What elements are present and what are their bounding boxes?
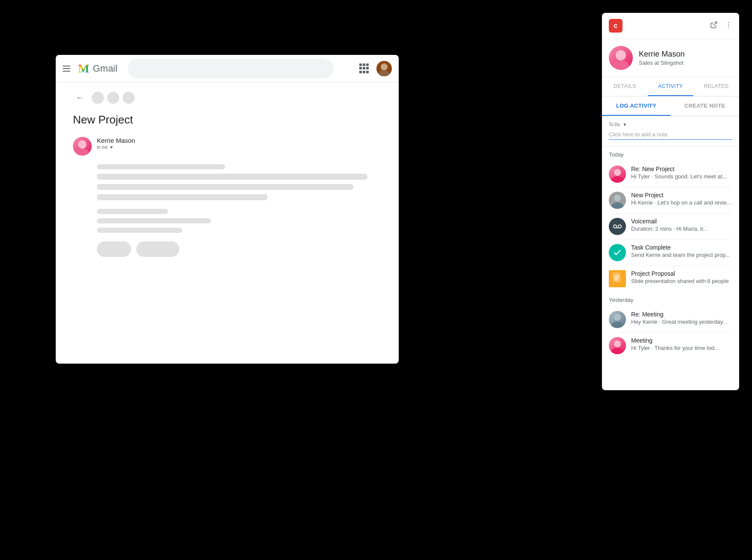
external-link-icon[interactable]: [710, 21, 718, 31]
sender-to[interactable]: to me ▼: [97, 145, 382, 150]
activity-buttons: LOG ACTIVITY CREATE NOTE: [602, 96, 739, 116]
nav-dot-1: [92, 92, 104, 104]
activity-item-task[interactable]: Task Complete Send Kerrie and team the p…: [602, 240, 739, 265]
skeleton-1: [97, 164, 225, 169]
back-button[interactable]: ←: [73, 91, 87, 105]
reply-button[interactable]: [97, 241, 131, 257]
doc-icon: [609, 270, 626, 287]
activity-title-3: Voicemail: [631, 218, 732, 225]
contact-info: Kerrie Mason Sales at Slingshot: [602, 39, 739, 77]
activity-avatar-7: [609, 337, 626, 354]
email-body: [73, 164, 382, 257]
email-content: ← New Project Kerrie Mason to me ▼: [56, 82, 399, 364]
svg-rect-18: [614, 276, 619, 277]
activity-item-voicemail[interactable]: Voicemail Duration: 2 mins · Hi Maria, i…: [602, 214, 739, 239]
activity-text-7: Meeting Hi Tyler · Thanks for your time …: [631, 337, 732, 351]
crm-logo: c: [609, 19, 623, 33]
contact-name: Kerrie Mason: [639, 50, 685, 59]
activity-avatar-6: [609, 311, 626, 328]
svg-point-10: [614, 169, 621, 176]
svg-point-8: [616, 50, 626, 60]
create-note-button[interactable]: CREATE NOTE: [671, 96, 739, 116]
contact-details: Kerrie Mason Sales at Slingshot: [639, 50, 685, 66]
menu-icon[interactable]: [63, 63, 73, 74]
nav-dots: [92, 92, 135, 104]
user-avatar[interactable]: [376, 61, 392, 76]
svg-line-4: [713, 22, 717, 25]
activity-item-new-project[interactable]: New Project Hi Kerrie · Let's hop on a c…: [602, 187, 739, 213]
skeleton-3: [97, 184, 353, 190]
activity-text-3: Voicemail Duration: 2 mins · Hi Maria, i…: [631, 218, 732, 232]
search-input[interactable]: [128, 59, 334, 78]
tab-related[interactable]: RELATED: [693, 77, 739, 96]
panel-header: c: [602, 13, 739, 39]
activity-text-5: Project Proposal Slide presentation shar…: [631, 270, 732, 284]
activity-title-4: Task Complete: [631, 244, 732, 251]
task-icon: [609, 244, 626, 261]
gmail-header: M Gmail: [56, 55, 399, 82]
side-panel: c: [602, 13, 739, 390]
activity-desc-7: Hi Tyler · Thanks for your time tod...: [631, 345, 732, 351]
sender-name: Kerrie Mason: [97, 137, 382, 144]
activity-desc-1: Hi Tyler · Sounds good. Let's meet at...: [631, 173, 732, 180]
skeleton-7: [97, 228, 182, 233]
activity-feed: Today Re: New Project Hi Tyler · Sounds …: [602, 146, 739, 390]
activity-item-project-proposal[interactable]: Project Proposal Slide presentation shar…: [602, 266, 739, 292]
activity-item-re-new-project[interactable]: Re: New Project Hi Tyler · Sounds good. …: [602, 161, 739, 187]
email-nav: ←: [73, 91, 382, 105]
nav-dot-3: [123, 92, 135, 104]
contact-avatar: [609, 46, 633, 70]
activity-text-2: New Project Hi Kerrie · Let's hop on a c…: [631, 192, 732, 206]
svg-point-1: [378, 70, 390, 76]
sender-info: Kerrie Mason to me ▼: [97, 137, 382, 150]
activity-item-meeting[interactable]: Meeting Hi Tyler · Thanks for your time …: [602, 333, 739, 358]
svg-point-2: [78, 140, 87, 149]
svg-point-13: [611, 202, 623, 209]
activity-text-1: Re: New Project Hi Tyler · Sounds good. …: [631, 166, 732, 180]
section-today: Today: [602, 146, 739, 161]
apps-icon[interactable]: [359, 63, 370, 74]
activity-desc-3: Duration: 2 mins · Hi Maria, it...: [631, 226, 732, 232]
activity-avatar-1: [609, 166, 626, 183]
header-actions: [359, 61, 392, 76]
svg-point-9: [612, 60, 629, 70]
gmail-window: M Gmail ←: [56, 55, 399, 364]
activity-desc-6: Hey Kerrie · Great meeting yesterday...: [631, 319, 732, 325]
panel-tabs: DETAILS ACTIVITY RELATED: [602, 77, 739, 96]
svg-point-24: [611, 348, 623, 354]
tab-details[interactable]: DETAILS: [602, 77, 648, 96]
svg-point-3: [75, 149, 89, 156]
svg-point-0: [381, 63, 388, 70]
svg-point-23: [614, 340, 621, 347]
svg-point-11: [611, 176, 623, 183]
log-activity-button[interactable]: LOG ACTIVITY: [602, 96, 671, 116]
gmail-m-icon: M: [78, 62, 89, 75]
activity-item-re-meeting[interactable]: Re: Meeting Hey Kerrie · Great meeting y…: [602, 307, 739, 332]
activity-text-4: Task Complete Send Kerrie and team the p…: [631, 244, 732, 258]
activity-title-7: Meeting: [631, 337, 732, 344]
activity-title-6: Re: Meeting: [631, 311, 732, 318]
activity-desc-2: Hi Kerrie · Let's hop on a call and revi…: [631, 199, 732, 206]
more-options-icon[interactable]: [725, 21, 732, 31]
email-subject: New Project: [73, 113, 382, 126]
nav-dot-2: [107, 92, 119, 104]
svg-rect-20: [614, 279, 617, 280]
svg-point-14: [614, 225, 617, 228]
skeleton-5: [97, 209, 168, 214]
activity-title-2: New Project: [631, 192, 732, 199]
voicemail-icon: [609, 218, 626, 235]
todo-dropdown[interactable]: To Do ▼: [609, 122, 732, 127]
section-yesterday: Yesterday: [602, 292, 739, 307]
tab-activity[interactable]: ACTIVITY: [648, 77, 694, 96]
svg-point-6: [728, 24, 729, 25]
skeleton-4: [97, 194, 268, 200]
svg-point-5: [728, 22, 729, 23]
forward-button[interactable]: [136, 241, 179, 257]
svg-point-12: [614, 195, 621, 202]
activity-title-1: Re: New Project: [631, 166, 732, 172]
sender-row: Kerrie Mason to me ▼: [73, 137, 382, 156]
activity-avatar-2: [609, 192, 626, 209]
activity-text-6: Re: Meeting Hey Kerrie · Great meeting y…: [631, 311, 732, 325]
note-input[interactable]: Click here to add a note: [609, 131, 732, 140]
svg-point-15: [618, 225, 621, 228]
